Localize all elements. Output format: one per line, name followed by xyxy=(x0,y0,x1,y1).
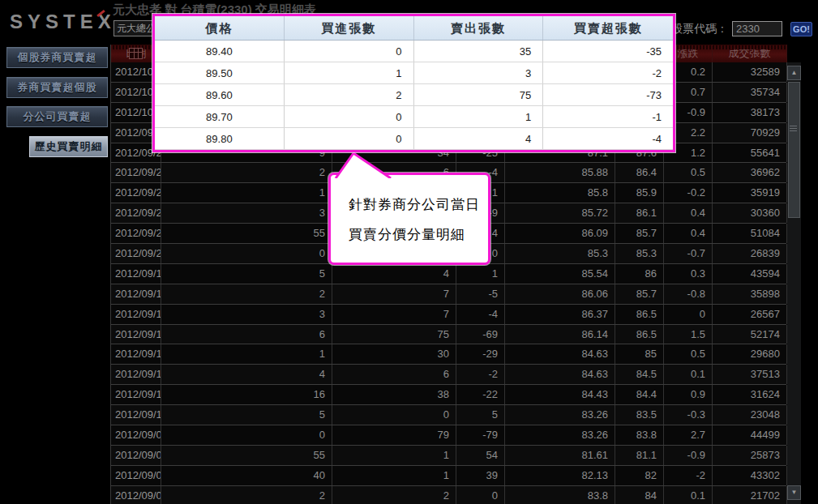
cell-volume: 36962 xyxy=(713,163,787,182)
cell-date: 2012/09/11 xyxy=(111,385,161,404)
cell-volume: 38173 xyxy=(713,103,787,122)
cell-sell: 7 xyxy=(332,305,456,324)
cell-volume: 37513 xyxy=(713,365,787,384)
cell-avg-price: 85.54 xyxy=(505,264,615,284)
price-volume-popup: 價格買進張數賣出張數買賣超張數 89.40 0 35 -35 89.50 1 3… xyxy=(152,14,675,152)
cell-sell: 1 xyxy=(332,466,456,485)
table-row[interactable]: 2012/09/12 4 6 -2 84.63 84.5 0.1 37513 xyxy=(111,365,786,385)
table-row[interactable]: 2012/09/18 2 7 -5 86.06 85.7 -0.8 35898 xyxy=(111,284,786,305)
cell-sell: 4 xyxy=(332,264,456,284)
history-column-header[interactable]: 成交張數 xyxy=(713,45,787,62)
cell-buy: 2 xyxy=(161,486,332,504)
cell-change: 0.4 xyxy=(664,224,713,243)
cell-volume: 51084 xyxy=(713,224,787,243)
popup-cell-price: 89.40 xyxy=(155,41,285,62)
table-row[interactable]: 2012/09/13 1 30 -29 84.63 85 0.5 29680 xyxy=(111,344,786,365)
sidebar-item-branch-netbuy[interactable]: 分公司買賣超 xyxy=(6,106,108,127)
cell-avg-price: 85.88 xyxy=(505,163,615,182)
sidebar-item-stock-broker-netbuy[interactable]: 個股券商買賣超 xyxy=(6,47,108,68)
cell-avg-price: 85.3 xyxy=(505,244,615,263)
cell-date: 2012/09/21 xyxy=(111,224,161,243)
sidebar-item-broker-netbuy-stock[interactable]: 券商買賣超個股 xyxy=(6,77,108,98)
popup-column-header[interactable]: 買進張數 xyxy=(285,16,414,40)
table-row[interactable]: 2012/09/07 0 79 -79 83.26 83.8 2.7 44499 xyxy=(111,425,786,446)
cell-volume: 29680 xyxy=(713,344,787,364)
cell-volume: 44499 xyxy=(713,425,787,445)
cell-close: 85.9 xyxy=(615,183,664,203)
systex-logo: SYSTEX xyxy=(10,10,107,34)
cell-date: 2012/09/25 xyxy=(111,183,161,203)
cell-avg-price: 83.26 xyxy=(505,425,615,445)
scrollbar-thumb[interactable] xyxy=(788,82,800,218)
cell-buy: 0 xyxy=(161,244,332,263)
cell-close: 86.5 xyxy=(615,305,664,324)
scroll-up-button[interactable]: ▲ xyxy=(787,66,801,80)
popup-column-header[interactable]: 價格 xyxy=(155,16,285,40)
popup-cell-buy: 0 xyxy=(285,41,414,62)
callout-text: 針對券商分公司當日 買賣分價分量明細 xyxy=(331,175,488,250)
cell-date: 2012/09/04 xyxy=(111,486,161,504)
cell-buy: 3 xyxy=(161,305,332,324)
cell-volume: 43302 xyxy=(713,466,787,485)
app-window: SYSTEX 元大忠孝 對 台積電(2330) 交易明細表 元大總公司 股票代碼… xyxy=(0,0,818,504)
cell-volume: 23048 xyxy=(713,405,787,425)
table-row[interactable]: 2012/09/19 5 4 1 85.54 86 0.3 43594 xyxy=(111,264,786,284)
cell-net: -69 xyxy=(456,325,505,344)
callout-tail xyxy=(334,152,392,178)
cell-change: 0.9 xyxy=(664,385,713,404)
popup-cell-price: 89.60 xyxy=(155,84,285,105)
cell-volume: 43594 xyxy=(713,264,787,284)
scroll-down-button[interactable]: ▼ xyxy=(787,485,801,500)
popup-cell-net: -4 xyxy=(543,128,673,149)
cell-close: 86.1 xyxy=(615,203,664,223)
popup-cell-sell: 75 xyxy=(414,84,544,105)
cell-volume: 26567 xyxy=(713,305,787,324)
stock-code-input[interactable] xyxy=(732,21,782,36)
popup-cell-sell: 3 xyxy=(414,62,544,83)
cell-close: 84.4 xyxy=(615,385,664,404)
cell-avg-price: 86.14 xyxy=(505,325,615,344)
popup-row[interactable]: 89.40 0 35 -35 xyxy=(155,41,673,62)
popup-row[interactable]: 89.80 0 4 -4 xyxy=(155,128,673,150)
callout-line1: 針對券商分公司當日 xyxy=(349,197,480,212)
cell-net: -79 xyxy=(456,425,505,445)
cell-net: 39 xyxy=(456,466,505,485)
popup-row[interactable]: 89.70 0 1 -1 xyxy=(155,106,673,128)
cell-change: -0.8 xyxy=(664,284,713,304)
table-row[interactable]: 2012/09/05 40 1 39 82.13 82 -2 43302 xyxy=(111,466,786,486)
grid-export-icon[interactable] xyxy=(129,48,143,59)
callout-bubble: 針對券商分公司當日 買賣分價分量明細 xyxy=(328,173,490,265)
cell-volume: 32589 xyxy=(713,62,787,82)
table-row[interactable]: 2012/09/10 5 0 5 83.26 83.5 -0.3 23048 xyxy=(111,405,786,425)
cell-avg-price: 86.06 xyxy=(505,284,615,304)
cell-date: 2012/09/24 xyxy=(111,203,161,223)
table-row[interactable]: 2012/09/11 16 38 -22 84.43 84.4 0.9 3162… xyxy=(111,385,786,405)
sidebar-item-history-detail[interactable]: 歷史買賣明細 xyxy=(29,136,108,157)
popup-cell-price: 89.50 xyxy=(155,62,285,83)
cell-change: 0 xyxy=(664,305,713,324)
cell-volume: 55641 xyxy=(713,143,787,163)
popup-cell-buy: 2 xyxy=(285,84,414,105)
table-row[interactable]: 2012/09/17 3 7 -4 86.37 86.5 0 26567 xyxy=(111,305,786,325)
table-row[interactable]: 2012/09/04 2 2 0 83.8 84 0.1 21702 xyxy=(111,486,786,504)
popup-header-row: 價格買進張數賣出張數買賣超張數 xyxy=(155,16,673,41)
cell-sell: 2 xyxy=(332,486,456,504)
cell-change: 0.1 xyxy=(664,486,713,504)
cell-close: 82 xyxy=(615,466,664,485)
stock-code-label: 股票代碼： xyxy=(671,22,728,36)
cell-change: 1.5 xyxy=(664,325,713,344)
table-row[interactable]: 2012/09/06 55 1 54 81.61 81.1 -0.9 25873 xyxy=(111,446,786,466)
popup-row[interactable]: 89.50 1 3 -2 xyxy=(155,62,673,84)
go-button[interactable]: GO! xyxy=(790,22,812,36)
cell-buy: 0 xyxy=(161,425,332,445)
cell-date: 2012/09/10 xyxy=(111,405,161,425)
table-scrollbar[interactable]: ▲ ▼ xyxy=(787,62,801,504)
cell-avg-price: 84.43 xyxy=(505,385,615,404)
popup-row[interactable]: 89.60 2 75 -73 xyxy=(155,84,673,106)
table-row[interactable]: 2012/09/14 6 75 -69 86.14 86.5 1.5 52174 xyxy=(111,325,786,345)
popup-column-header[interactable]: 買賣超張數 xyxy=(543,16,673,40)
cell-close: 85.7 xyxy=(615,284,664,304)
popup-column-header[interactable]: 賣出張數 xyxy=(414,16,544,40)
cell-date: 2012/09/18 xyxy=(111,284,161,304)
popup-cell-net: -2 xyxy=(543,62,673,83)
